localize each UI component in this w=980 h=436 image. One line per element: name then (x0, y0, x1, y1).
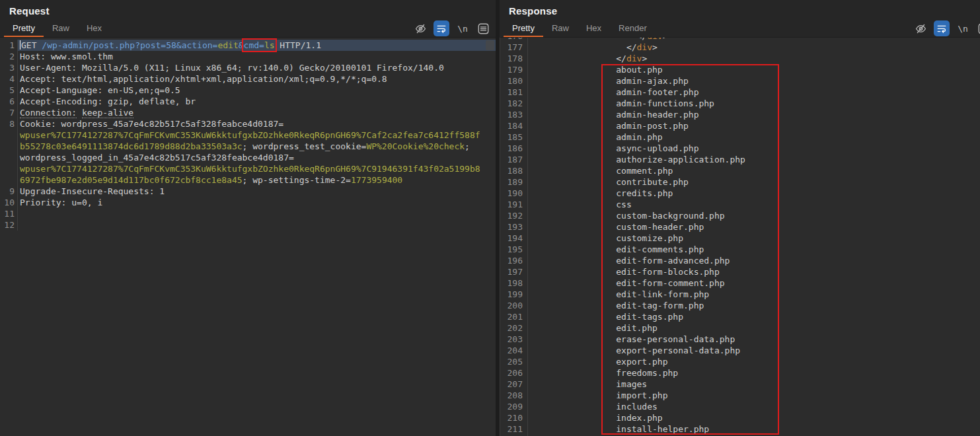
response-tabbar: PrettyRawHexRender (504, 20, 656, 37)
wrap-text-icon[interactable] (433, 20, 449, 36)
code-text (18, 219, 20, 231)
code-text: </div> (528, 53, 647, 64)
code-text: Priority: u=0, i (18, 197, 102, 208)
code-text: edit.php (528, 322, 658, 334)
wrap-text-icon[interactable] (934, 20, 950, 36)
line-number: 179 (500, 64, 528, 75)
line-number: 196 (500, 255, 528, 266)
request-editor[interactable]: 1GET /wp-admin/post.php?post=58&action=e… (0, 37, 496, 436)
response-code-line: 179 about.php (500, 64, 980, 75)
line-number: 199 (500, 289, 528, 300)
line-number: 190 (500, 188, 528, 199)
code-text: Connection: keep-alive (18, 107, 133, 118)
tab-raw[interactable]: Raw (44, 20, 78, 37)
hidden-chars-icon[interactable] (913, 21, 928, 36)
request-code-line: 7Connection: keep-alive (0, 107, 496, 118)
line-number: 12 (0, 219, 18, 231)
response-code-line: 187 authorize-application.php (500, 154, 980, 165)
code-text: customize.php (528, 233, 683, 244)
request-highlight-box: cmd=ls (244, 40, 275, 50)
response-code-line: 202 edit.php (500, 322, 980, 334)
code-text: edit-tag-form.php (528, 300, 704, 311)
line-number: 180 (500, 75, 528, 87)
response-code-line: 181 admin-footer.php (500, 87, 980, 98)
line-number: 11 (0, 208, 18, 219)
response-code-line: 192 custom-background.php (500, 210, 980, 221)
code-text: </div> (528, 42, 658, 53)
line-number: 198 (500, 277, 528, 289)
line-number: 203 (500, 334, 528, 345)
line-number: 5 (0, 85, 18, 96)
line-number (0, 129, 18, 141)
code-text: wpuser%7C1774127287%7CqFmFCKvmC353KuW6kk… (18, 129, 480, 141)
line-number: 197 (500, 266, 528, 277)
code-text: admin.php (528, 131, 663, 143)
tab-pretty[interactable]: Pretty (4, 20, 44, 37)
line-number: 211 (500, 423, 528, 435)
menu-icon[interactable] (476, 21, 490, 36)
line-number: 208 (500, 390, 528, 401)
menu-icon[interactable] (976, 21, 980, 36)
code-text: edit-form-advanced.php (528, 255, 730, 266)
line-number: 7 (0, 107, 18, 118)
line-number: 202 (500, 322, 528, 334)
response-editor[interactable]: 176 </div>177 </div>178 </div>179 about.… (500, 37, 980, 436)
request-code-line: 10Priority: u=0, i (0, 197, 496, 208)
code-text: edit-tags.php (528, 311, 683, 322)
line-number: 209 (500, 401, 528, 412)
tab-raw[interactable]: Raw (543, 20, 578, 37)
newline-icon-label: \n (457, 24, 468, 34)
line-number: 192 (500, 210, 528, 221)
code-text: admin-post.php (528, 120, 689, 131)
line-number: 1 (0, 40, 18, 51)
newline-icon[interactable]: \n (956, 21, 970, 36)
burp-message-editor: Request PrettyRawHex \n 1GET /wp-admin/p… (0, 0, 980, 436)
line-number: 207 (500, 379, 528, 390)
request-code-line: 1GET /wp-admin/post.php?post=58&action=e… (0, 40, 496, 51)
line-number: 206 (500, 367, 528, 379)
response-code-line: 197 edit-form-blocks.php (500, 266, 980, 277)
request-scrollbar-thumb[interactable] (486, 40, 494, 50)
line-number: 3 (0, 62, 18, 73)
line-number (0, 141, 18, 152)
code-text: about.php (528, 64, 663, 75)
tab-hex[interactable]: Hex (578, 20, 610, 37)
hidden-chars-icon[interactable] (413, 21, 428, 36)
code-text: wpuser%7C1774127287%7CqFmFCKvmC353KuW6kk… (18, 163, 480, 174)
code-text: admin-header.php (528, 109, 698, 120)
request-code-line: 2Host: www.smol.thm (0, 51, 496, 62)
response-code-line: 176 </div> (500, 37, 980, 42)
request-code-line: 6Accept-Encoding: gzip, deflate, br (0, 96, 496, 107)
line-number: 176 (500, 37, 528, 42)
tab-hex[interactable]: Hex (78, 20, 110, 37)
request-code-line: 9Upgrade-Insecure-Requests: 1 (0, 186, 496, 197)
newline-icon[interactable]: \n (455, 21, 470, 36)
tab-render[interactable]: Render (610, 20, 656, 37)
line-number: 177 (500, 42, 528, 53)
code-text: Accept-Encoding: gzip, deflate, br (18, 96, 196, 107)
tab-pretty[interactable]: Pretty (504, 20, 543, 37)
request-code-line: 11 (0, 208, 496, 219)
code-text: Cookie: wordpress_45a7e4c82b517c5af328fe… (18, 118, 283, 129)
code-text: edit-link-form.php (528, 289, 709, 300)
request-code-line: 4Accept: text/html,application/xhtml+xml… (0, 73, 496, 85)
response-code-line: 196 edit-form-advanced.php (500, 255, 980, 266)
line-number (0, 152, 18, 163)
code-text (18, 208, 20, 219)
line-number: 204 (500, 345, 528, 356)
response-code-line: 177 </div> (500, 42, 980, 53)
line-number: 187 (500, 154, 528, 165)
line-number: 186 (500, 143, 528, 154)
response-panel: Response PrettyRawHexRender \n 176 </div… (500, 0, 980, 436)
response-code-line: 206 freedoms.php (500, 367, 980, 379)
request-code-line: 6972fbe987e2d05e9d14d117bc0f672cbf8cc1e8… (0, 174, 496, 186)
response-code-line: 189 contribute.php (500, 176, 980, 188)
line-number: 195 (500, 244, 528, 255)
response-code-line: 203 erase-personal-data.php (500, 334, 980, 345)
response-code-line: 190 credits.php (500, 188, 980, 199)
code-text: GET /wp-admin/post.php?post=58&action=ed… (18, 40, 496, 51)
code-text: edit-comments.php (528, 244, 704, 255)
line-number: 191 (500, 199, 528, 210)
code-text: edit-form-blocks.php (528, 266, 720, 277)
response-code-line: 210 index.php (500, 412, 980, 423)
